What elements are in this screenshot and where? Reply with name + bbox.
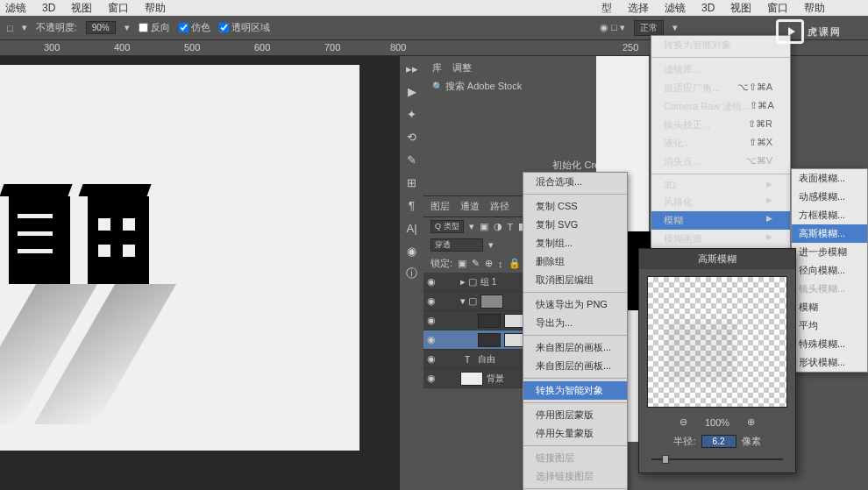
ctx-item[interactable]: 选择链接图层 bbox=[523, 467, 627, 486]
zoom-in-icon[interactable]: ⊕ bbox=[747, 416, 755, 428]
char-icon[interactable]: A| bbox=[403, 219, 421, 237]
ctx-item[interactable]: 停用矢量蒙版 bbox=[523, 424, 627, 443]
visibility-icon[interactable]: ◉ bbox=[427, 315, 439, 326]
watermark-logo-icon bbox=[776, 19, 804, 44]
blur-item[interactable]: 模糊 bbox=[792, 298, 867, 316]
radius-label: 半径: bbox=[673, 435, 695, 448]
dialog-title: 高斯模糊 bbox=[639, 249, 795, 269]
transparency-check[interactable]: 透明区域 bbox=[219, 21, 270, 34]
radius-input[interactable] bbox=[701, 435, 736, 448]
ctx-item[interactable]: 删除组 bbox=[523, 252, 627, 271]
filter-item[interactable]: 液化...⇧⌘X bbox=[651, 134, 790, 153]
gaussian-blur-dialog[interactable]: 高斯模糊 ⊖ 100% ⊕ 半径: 像素 bbox=[638, 248, 796, 473]
filter-item[interactable]: 滤镜库... bbox=[651, 60, 790, 79]
menu-filter-r[interactable]: 滤镜 bbox=[665, 1, 686, 16]
tab-layers[interactable]: 图层 bbox=[430, 200, 450, 213]
blur-item[interactable]: 镜头模糊... bbox=[792, 280, 867, 298]
blur-item[interactable]: 进一步模糊 bbox=[792, 243, 867, 261]
reverse-check[interactable]: 反向 bbox=[139, 21, 170, 34]
radius-unit: 像素 bbox=[742, 435, 761, 448]
opacity-label: 不透明度: bbox=[36, 21, 77, 34]
radius-slider[interactable] bbox=[651, 453, 783, 465]
filter-item[interactable]: 模糊▶ bbox=[651, 211, 790, 230]
paragraph-icon[interactable]: ¶ bbox=[403, 196, 421, 214]
visibility-icon[interactable]: ◉ bbox=[427, 373, 439, 384]
dither-check[interactable]: 仿色 bbox=[179, 21, 210, 34]
ctx-item[interactable]: 来自图层的画板... bbox=[523, 338, 627, 357]
filter-item[interactable]: 自适应广角...⌥⇧⌘A bbox=[651, 79, 790, 97]
filter-item[interactable]: 镜头校正...⇧⌘R bbox=[651, 116, 790, 134]
artwork-building-2 bbox=[88, 196, 149, 284]
filter-item[interactable]: 3D▶ bbox=[651, 177, 790, 193]
menu-window[interactable]: 窗口 bbox=[108, 1, 129, 16]
wand-icon[interactable]: ✦ bbox=[403, 105, 421, 123]
visibility-icon[interactable]: ◉ bbox=[427, 295, 439, 307]
play-icon[interactable]: ▶ bbox=[403, 82, 421, 100]
menu-view[interactable]: 视图 bbox=[71, 1, 92, 16]
blur-preview[interactable] bbox=[647, 276, 787, 408]
collapsed-panel-strip[interactable]: ▸▸ ▶ ✦ ⟲ ✎ ⊞ ¶ A| ◉ ⓘ bbox=[399, 56, 423, 490]
expand-icon[interactable]: ▸▸ bbox=[403, 60, 421, 77]
blur-item[interactable]: 特殊模糊... bbox=[792, 335, 867, 353]
ctx-item[interactable]: 来自图层的画板... bbox=[523, 357, 627, 375]
history-icon[interactable]: ⟲ bbox=[403, 128, 421, 146]
menu-help[interactable]: 帮助 bbox=[145, 1, 166, 16]
layer-filter-kind[interactable]: Q 类型 bbox=[430, 220, 464, 233]
visibility-icon[interactable]: ◉ bbox=[427, 334, 439, 345]
ctx-item[interactable]: 导出为... bbox=[523, 314, 627, 332]
ctx-item[interactable]: 转换为智能对象 bbox=[523, 381, 627, 400]
blur-item[interactable]: 平均 bbox=[792, 316, 867, 335]
brush-icon[interactable]: ✎ bbox=[403, 151, 421, 168]
menubar-right[interactable]: 型 选择 滤镜 3D 视图 窗口 帮助 bbox=[596, 0, 868, 16]
canvas-area[interactable] bbox=[0, 56, 399, 490]
canvas[interactable] bbox=[0, 65, 359, 451]
info-icon[interactable]: ⓘ bbox=[403, 265, 421, 282]
filter-item[interactable]: 模糊画廊▶ bbox=[651, 230, 790, 248]
ctx-item[interactable]: 复制组... bbox=[523, 234, 627, 252]
filter-item[interactable]: 风格化▶ bbox=[651, 193, 790, 211]
filter-item[interactable]: 转换为智能对象 bbox=[651, 36, 790, 54]
blur-item[interactable]: 形状模糊... bbox=[792, 353, 867, 372]
blur-item[interactable]: 动感模糊... bbox=[792, 188, 867, 206]
opacity-value[interactable]: 90% bbox=[86, 21, 116, 34]
ctx-item[interactable]: 混合选项... bbox=[523, 173, 627, 191]
watermark: 虎课网 bbox=[776, 19, 842, 44]
tab-adjust[interactable]: 调整 bbox=[452, 61, 472, 75]
tab-paths[interactable]: 路径 bbox=[490, 200, 509, 213]
menu-3d[interactable]: 3D bbox=[42, 2, 55, 14]
blend-mode[interactable]: 穿透 bbox=[430, 238, 483, 252]
blur-submenu[interactable]: 表面模糊...动感模糊...方框模糊...高斯模糊...进一步模糊径向模糊...… bbox=[791, 168, 868, 373]
layer-context-menu[interactable]: 混合选项...复制 CSS复制 SVG复制组...删除组取消图层编组快速导出为 … bbox=[523, 172, 628, 490]
tab-library[interactable]: 库 bbox=[432, 61, 442, 75]
ctx-item[interactable]: 停用图层蒙版 bbox=[523, 406, 627, 424]
visibility-icon[interactable]: ◉ bbox=[427, 276, 439, 288]
visibility-icon[interactable]: ◉ bbox=[427, 353, 439, 365]
tab-channels[interactable]: 通道 bbox=[460, 200, 480, 213]
blur-item[interactable]: 高斯模糊... bbox=[792, 224, 867, 243]
artwork-building-1 bbox=[9, 196, 70, 284]
zoom-level: 100% bbox=[705, 417, 729, 428]
filter-item[interactable]: Camera Raw 滤镜...⇧⌘A bbox=[651, 97, 790, 116]
ctx-item[interactable]: 链接图层 bbox=[523, 449, 627, 467]
ctx-item[interactable]: 取消图层编组 bbox=[523, 271, 627, 289]
swatch-icon[interactable]: ⊞ bbox=[403, 174, 421, 191]
zoom-out-icon[interactable]: ⊖ bbox=[679, 416, 687, 428]
ctx-item[interactable]: 快速导出为 PNG bbox=[523, 295, 627, 314]
blur-item[interactable]: 方框模糊... bbox=[792, 206, 867, 224]
eye-panel-icon[interactable]: ◉ bbox=[403, 242, 421, 259]
ctx-item[interactable]: 复制 CSS bbox=[523, 197, 627, 216]
menu-filter[interactable]: 滤镜 bbox=[5, 1, 26, 16]
blend-mode-r[interactable]: 正常 bbox=[634, 20, 664, 36]
filter-item[interactable]: 消失点...⌥⌘V bbox=[651, 153, 790, 171]
blur-item[interactable]: 表面模糊... bbox=[792, 169, 867, 188]
ctx-item[interactable]: 复制 SVG bbox=[523, 216, 627, 234]
blur-item[interactable]: 径向模糊... bbox=[792, 261, 867, 280]
